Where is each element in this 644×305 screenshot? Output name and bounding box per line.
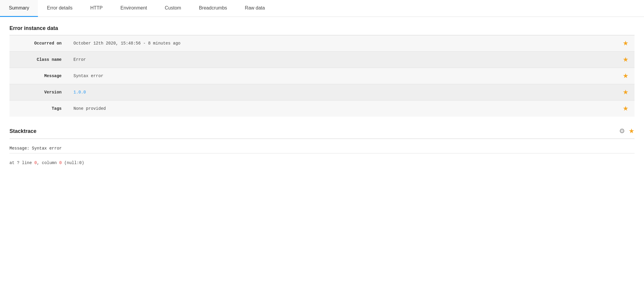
tab-raw-data[interactable]: Raw data [236,0,274,17]
star-icon-1[interactable]: ★ [623,39,629,47]
tags-star-cell: ★ [618,101,635,117]
star-icon-3[interactable]: ★ [623,72,629,80]
stacktrace-divider [9,139,635,139]
stacktrace-line-end: (null:0) [62,161,84,165]
stacktrace-star-icon[interactable]: ★ [629,127,635,135]
star-icon-2[interactable]: ★ [623,56,629,63]
tags-value: None provided [69,101,618,117]
stacktrace-line-middle: , column [37,161,59,165]
stacktrace-message: Message: Syntax error [9,144,635,153]
tab-summary[interactable]: Summary [0,0,38,17]
tab-bar: Summary Error details HTTP Environment C… [0,0,644,17]
stacktrace-title: Stacktrace [9,128,36,134]
table-row: Tags None provided ★ [9,101,635,117]
error-instance-title: Error instance data [9,25,635,31]
star-icon-5[interactable]: ★ [623,105,629,112]
stacktrace-line: at ? line 0, column 0 (null:0) [9,158,635,168]
gear-icon[interactable]: ⚙ [619,127,625,135]
table-row: Message Syntax error ★ [9,68,635,84]
class-name-value: Error [69,52,618,68]
table-row: Occurred on October 12th 2020, 15:48:56 … [9,35,635,52]
star-icon-4[interactable]: ★ [623,88,629,96]
tab-http[interactable]: HTTP [81,0,112,17]
class-name-star-cell: ★ [618,52,635,68]
tab-breadcrumbs[interactable]: Breadcrumbs [190,0,236,17]
main-container: Summary Error details HTTP Environment C… [0,0,644,305]
message-label: Message [9,68,69,84]
message-star-cell: ★ [618,68,635,84]
version-link[interactable]: 1.0.0 [73,90,86,95]
stacktrace-line-prefix: at ? line [9,161,34,165]
message-value: Syntax error [69,68,618,84]
occurred-on-label: Occurred on [9,35,69,52]
tags-label: Tags [9,101,69,117]
occurred-on-star-cell: ★ [618,35,635,52]
error-instance-table: Occurred on October 12th 2020, 15:48:56 … [9,35,635,117]
version-star-cell: ★ [618,84,635,101]
version-label: Version [9,84,69,101]
table-row: Version 1.0.0 ★ [9,84,635,101]
tab-environment[interactable]: Environment [111,0,156,17]
content-area: Error instance data Occurred on October … [0,17,644,176]
version-value: 1.0.0 [69,84,618,101]
stacktrace-header: Stacktrace ⚙ ★ [9,127,635,135]
class-name-label: Class name [9,52,69,68]
stacktrace-icons: ⚙ ★ [619,127,635,135]
table-row: Class name Error ★ [9,52,635,68]
tab-custom[interactable]: Custom [156,0,190,17]
occurred-on-value: October 12th 2020, 15:48:56 - 8 minutes … [69,35,618,52]
tab-error-details[interactable]: Error details [38,0,81,17]
